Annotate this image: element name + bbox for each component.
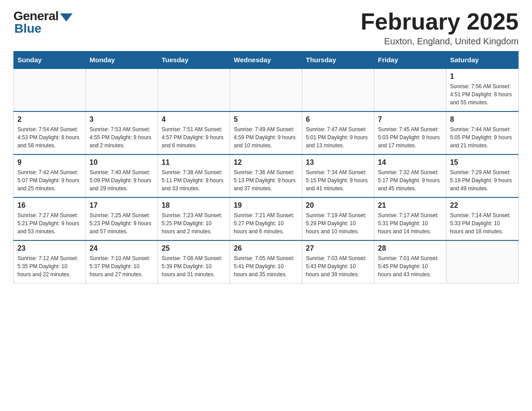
day-info: Sunrise: 7:51 AM Sunset: 4:57 PM Dayligh… [162,125,226,150]
day-number: 15 [450,158,515,167]
day-info: Sunrise: 7:34 AM Sunset: 5:15 PM Dayligh… [306,168,370,193]
day-info: Sunrise: 7:14 AM Sunset: 5:33 PM Dayligh… [450,211,515,235]
day-info: Sunrise: 7:49 AM Sunset: 4:59 PM Dayligh… [234,125,298,150]
day-info: Sunrise: 7:54 AM Sunset: 4:53 PM Dayligh… [17,125,82,150]
day-info: Sunrise: 7:32 AM Sunset: 5:17 PM Dayligh… [378,168,442,193]
calendar-cell [158,68,230,111]
day-info: Sunrise: 7:27 AM Sunset: 5:21 PM Dayligh… [17,211,82,235]
day-number: 3 [90,116,154,124]
day-number: 12 [234,158,298,167]
title-area: February 2025 Euxton, England, United Ki… [360,9,519,47]
day-number: 24 [90,244,154,253]
calendar-week-3: 9Sunrise: 7:42 AM Sunset: 5:07 PM Daylig… [14,154,519,197]
day-info: Sunrise: 7:40 AM Sunset: 5:09 PM Dayligh… [90,168,154,193]
calendar-cell: 10Sunrise: 7:40 AM Sunset: 5:09 PM Dayli… [86,154,158,197]
day-number: 17 [90,201,154,210]
calendar-cell: 14Sunrise: 7:32 AM Sunset: 5:17 PM Dayli… [374,154,446,197]
day-number: 18 [162,201,226,210]
calendar-cell [230,68,302,111]
logo: General Blue [13,9,73,36]
calendar-header-wednesday: Wednesday [230,51,302,69]
day-info: Sunrise: 7:23 AM Sunset: 5:25 PM Dayligh… [162,211,226,235]
calendar-week-5: 23Sunrise: 7:12 AM Sunset: 5:35 PM Dayli… [14,240,519,283]
day-number: 7 [378,116,442,124]
day-number: 20 [306,201,370,210]
day-info: Sunrise: 7:42 AM Sunset: 5:07 PM Dayligh… [17,168,82,193]
calendar-cell [86,68,158,111]
day-info: Sunrise: 7:36 AM Sunset: 5:13 PM Dayligh… [234,168,298,193]
day-number: 16 [17,201,82,210]
calendar-cell: 7Sunrise: 7:45 AM Sunset: 5:03 PM Daylig… [374,111,446,154]
day-info: Sunrise: 7:29 AM Sunset: 5:19 PM Dayligh… [450,168,515,193]
day-number: 19 [234,201,298,210]
logo-blue-text: Blue [13,21,42,36]
calendar-cell: 25Sunrise: 7:08 AM Sunset: 5:39 PM Dayli… [158,240,230,283]
day-number: 4 [162,116,226,124]
day-number: 9 [17,158,82,167]
calendar-cell: 1Sunrise: 7:56 AM Sunset: 4:51 PM Daylig… [446,68,519,111]
day-info: Sunrise: 7:10 AM Sunset: 5:37 PM Dayligh… [90,254,154,278]
calendar-header-friday: Friday [374,51,446,69]
calendar-cell: 6Sunrise: 7:47 AM Sunset: 5:01 PM Daylig… [302,111,374,154]
calendar-cell: 12Sunrise: 7:36 AM Sunset: 5:13 PM Dayli… [230,154,302,197]
calendar-week-4: 16Sunrise: 7:27 AM Sunset: 5:21 PM Dayli… [14,197,519,240]
calendar-cell: 13Sunrise: 7:34 AM Sunset: 5:15 PM Dayli… [302,154,374,197]
calendar-cell: 11Sunrise: 7:38 AM Sunset: 5:11 PM Dayli… [158,154,230,197]
calendar-week-1: 1Sunrise: 7:56 AM Sunset: 4:51 PM Daylig… [14,68,519,111]
day-number: 10 [90,158,154,167]
day-number: 1 [450,73,515,81]
calendar-cell: 9Sunrise: 7:42 AM Sunset: 5:07 PM Daylig… [14,154,86,197]
day-number: 26 [234,244,298,253]
day-info: Sunrise: 7:56 AM Sunset: 4:51 PM Dayligh… [450,82,515,107]
calendar-cell [374,68,446,111]
calendar-cell [446,240,519,283]
day-number: 8 [450,116,515,124]
calendar-header-tuesday: Tuesday [158,51,230,69]
calendar-header-row: SundayMondayTuesdayWednesdayThursdayFrid… [14,51,519,69]
calendar-header-saturday: Saturday [446,51,519,69]
day-info: Sunrise: 7:47 AM Sunset: 5:01 PM Dayligh… [306,125,370,150]
day-info: Sunrise: 7:25 AM Sunset: 5:23 PM Dayligh… [90,211,154,235]
day-info: Sunrise: 7:12 AM Sunset: 5:35 PM Dayligh… [17,254,82,278]
logo-arrow-icon [60,13,73,21]
day-info: Sunrise: 7:53 AM Sunset: 4:55 PM Dayligh… [90,125,154,150]
day-info: Sunrise: 7:19 AM Sunset: 5:29 PM Dayligh… [306,211,370,235]
day-number: 14 [378,158,442,167]
day-info: Sunrise: 7:17 AM Sunset: 5:31 PM Dayligh… [378,211,442,235]
day-info: Sunrise: 7:05 AM Sunset: 5:41 PM Dayligh… [234,254,298,278]
calendar-cell: 15Sunrise: 7:29 AM Sunset: 5:19 PM Dayli… [446,154,519,197]
month-title: February 2025 [360,9,519,34]
calendar-header-monday: Monday [86,51,158,69]
page-header: General Blue February 2025 Euxton, Engla… [13,9,519,47]
day-number: 13 [306,158,370,167]
location-text: Euxton, England, United Kingdom [360,36,519,47]
calendar-cell: 21Sunrise: 7:17 AM Sunset: 5:31 PM Dayli… [374,197,446,240]
calendar-cell: 8Sunrise: 7:44 AM Sunset: 5:05 PM Daylig… [446,111,519,154]
day-number: 6 [306,116,370,124]
calendar-header-sunday: Sunday [14,51,86,69]
calendar-cell: 5Sunrise: 7:49 AM Sunset: 4:59 PM Daylig… [230,111,302,154]
calendar-week-2: 2Sunrise: 7:54 AM Sunset: 4:53 PM Daylig… [14,111,519,154]
day-number: 2 [17,116,82,124]
day-number: 28 [378,244,442,253]
calendar-cell: 26Sunrise: 7:05 AM Sunset: 5:41 PM Dayli… [230,240,302,283]
calendar-header-thursday: Thursday [302,51,374,69]
calendar-cell: 16Sunrise: 7:27 AM Sunset: 5:21 PM Dayli… [14,197,86,240]
calendar-cell: 3Sunrise: 7:53 AM Sunset: 4:55 PM Daylig… [86,111,158,154]
day-number: 23 [17,244,82,253]
calendar-table: SundayMondayTuesdayWednesdayThursdayFrid… [13,51,519,283]
calendar-cell: 17Sunrise: 7:25 AM Sunset: 5:23 PM Dayli… [86,197,158,240]
day-info: Sunrise: 7:38 AM Sunset: 5:11 PM Dayligh… [162,168,226,193]
day-number: 22 [450,201,515,210]
calendar-cell [302,68,374,111]
calendar-cell: 23Sunrise: 7:12 AM Sunset: 5:35 PM Dayli… [14,240,86,283]
calendar-cell: 2Sunrise: 7:54 AM Sunset: 4:53 PM Daylig… [14,111,86,154]
day-number: 27 [306,244,370,253]
calendar-cell [14,68,86,111]
day-number: 5 [234,116,298,124]
day-number: 25 [162,244,226,253]
calendar-cell: 4Sunrise: 7:51 AM Sunset: 4:57 PM Daylig… [158,111,230,154]
calendar-cell: 19Sunrise: 7:21 AM Sunset: 5:27 PM Dayli… [230,197,302,240]
day-info: Sunrise: 7:01 AM Sunset: 5:45 PM Dayligh… [378,254,442,278]
calendar-cell: 22Sunrise: 7:14 AM Sunset: 5:33 PM Dayli… [446,197,519,240]
